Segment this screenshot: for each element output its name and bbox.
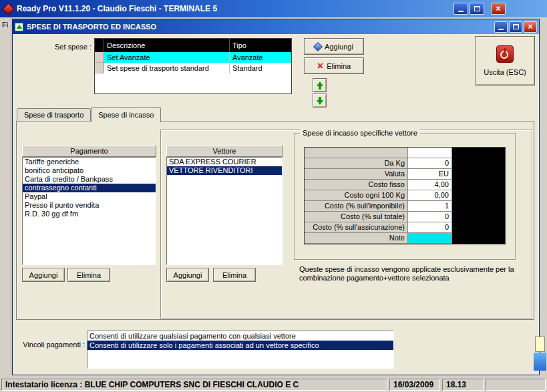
list-item[interactable]: Carta di credito / Bankpass: [23, 175, 156, 184]
main-window-controls: ×: [452, 3, 506, 15]
vincoli-option-selected[interactable]: Consenti di utilizzare solo i pagamenti …: [87, 341, 393, 350]
field-row: [305, 148, 505, 158]
spese-incasso-group-title: Spese di incasso specifiche vettore: [300, 129, 420, 137]
field-label: Da Kg: [305, 158, 408, 169]
vincoli-list: Consenti di utilizzare qualsiasi pagamen…: [87, 331, 394, 369]
vettore-group: Vettore SDA EXPRESS COURIER VETTORE RIVE…: [160, 130, 532, 319]
field-value-note[interactable]: [408, 233, 452, 244]
pagamento-header: Pagamento: [22, 145, 156, 157]
cell-tipo: Standard: [230, 63, 291, 73]
screen: Ready Pro V11.1.20 - Claudio Fieschi - T…: [0, 0, 547, 392]
field-value[interactable]: 0,00: [408, 190, 452, 201]
field-row: Note: [305, 233, 505, 244]
field-label: Costo fisso: [305, 180, 408, 190]
list-item[interactable]: SDA EXPRESS COURIER: [167, 158, 282, 166]
row-selector: [95, 52, 104, 63]
add-icon: [313, 41, 323, 51]
tab-spese-incasso[interactable]: Spese di incasso: [91, 107, 161, 122]
dialog-icon: [15, 23, 23, 31]
set-add-button[interactable]: Aggiungi: [304, 38, 364, 55]
list-item-selected[interactable]: VETTORE RIVENDITORI: [167, 166, 282, 175]
maximize-button[interactable]: [470, 3, 484, 15]
statusbar-time: 18.13: [442, 379, 484, 391]
column-tipo: Tipo: [230, 39, 291, 52]
tab-spese-trasporto[interactable]: Spese di trasporto: [17, 108, 91, 121]
minimize-button[interactable]: [453, 3, 468, 15]
field-label: Costo ogni 100 Kg: [305, 190, 408, 201]
list-item-selected[interactable]: contrassegno contanti: [23, 184, 156, 192]
dialog-minimize-button[interactable]: [494, 21, 508, 33]
list-item[interactable]: Tariffe generiche: [23, 158, 156, 166]
app-icon: [2, 3, 14, 15]
cell-tipo: Avanzate: [230, 52, 291, 63]
set-delete-label: Elimina: [327, 62, 351, 70]
statusbar-date: 16/03/2009: [389, 379, 440, 391]
set-spese-label: Set spese :: [17, 43, 92, 51]
pagamento-list: Tariffe generiche bonifico anticipato Ca…: [22, 157, 156, 265]
field-value[interactable]: [408, 148, 452, 158]
vincoli-option[interactable]: Consenti di utilizzare qualsiasi pagamen…: [87, 331, 393, 341]
field-value[interactable]: EU: [408, 169, 452, 180]
grid-header: Descrizione Tipo: [95, 39, 291, 52]
cell-descrizione: Set Avanzate: [104, 52, 230, 63]
exit-label: Uscita (ESC): [484, 68, 526, 76]
field-label: Note: [305, 233, 408, 244]
table-row[interactable]: Set spese di trasporto standard Standard: [95, 63, 291, 73]
selector-header: [95, 39, 104, 52]
statusbar: Intestatario licenza : BLUE CHIP COMPUTE…: [0, 377, 547, 392]
vincoli-label: Vincoli pagamenti :: [15, 341, 85, 349]
field-label: Valuta: [305, 169, 408, 180]
field-row: Da Kg 0: [305, 158, 505, 169]
table-row[interactable]: Set Avanzate Avanzate: [95, 52, 291, 63]
dialog-title: SPESE DI TRASPORTO ED INCASSO: [27, 23, 493, 31]
field-row: Costo ogni 100 Kg 0,00: [305, 190, 505, 201]
close-icon[interactable]: ×: [491, 3, 506, 15]
field-value[interactable]: 0: [408, 158, 452, 169]
power-icon: [496, 45, 514, 63]
move-up-button[interactable]: [313, 78, 327, 92]
set-delete-button[interactable]: × Elimina: [304, 57, 364, 74]
exit-button[interactable]: Uscita (ESC): [475, 36, 535, 85]
pagamento-delete-button[interactable]: Elimina: [67, 268, 110, 282]
list-item[interactable]: Presso il punto vendita: [23, 201, 156, 210]
field-label: Costo (% sull'imponibile): [305, 201, 408, 212]
column-descrizione: Descrizione: [104, 39, 230, 52]
row-selector: [95, 63, 104, 73]
list-item[interactable]: R.D. 30 gg df fm: [23, 210, 156, 218]
field-label: Costo (% sul totale): [305, 212, 408, 222]
background-window-fragment: [535, 337, 545, 352]
vettore-add-button[interactable]: Aggiungi: [166, 268, 209, 282]
window-edge: [11, 17, 11, 375]
set-add-label: Aggiungi: [325, 43, 353, 51]
field-label: [305, 148, 408, 158]
arrow-down-icon: [317, 97, 323, 105]
dialog-spese-trasporto: SPESE DI TRASPORTO ED INCASSO × Set spes…: [12, 19, 540, 375]
field-label: Costo (% sull'assicurazione): [305, 222, 408, 233]
spese-incasso-group: Spese di incasso specifiche vettore Da K…: [294, 133, 516, 260]
spese-incasso-grid: Da Kg 0 Valuta EU Costo fisso 4,00: [304, 147, 506, 244]
background-window-fragment: [534, 353, 546, 371]
field-value[interactable]: 0: [408, 212, 452, 222]
pagamento-add-button[interactable]: Aggiungi: [22, 268, 65, 282]
dialog-maximize-button[interactable]: [509, 21, 522, 33]
dialog-close-icon[interactable]: ×: [524, 21, 537, 33]
move-down-button[interactable]: [313, 93, 327, 108]
list-item[interactable]: bonifico anticipato: [23, 166, 156, 175]
field-row: Costo (% sull'imponibile) 1: [305, 201, 505, 212]
field-value[interactable]: 0: [408, 222, 452, 233]
field-value[interactable]: 1: [408, 201, 452, 212]
list-item[interactable]: Paypal: [23, 192, 156, 201]
cell-descrizione: Set spese di trasporto standard: [104, 63, 230, 73]
vettore-delete-button[interactable]: Elimina: [213, 268, 256, 282]
statusbar-empty: [486, 379, 546, 391]
arrow-up-icon: [317, 81, 323, 89]
field-row: Costo (% sul totale) 0: [305, 212, 505, 222]
statusbar-license: Intestatario licenza : BLUE CHIP COMPUTE…: [1, 379, 387, 391]
field-row: Costo fisso 4,00: [305, 180, 505, 190]
field-row: Valuta EU: [305, 169, 505, 180]
main-titlebar: Ready Pro V11.1.20 - Claudio Fieschi - T…: [0, 0, 547, 17]
delete-icon: ×: [317, 62, 323, 70]
vettore-header: Vettore: [166, 145, 283, 157]
main-window-title: Ready Pro V11.1.20 - Claudio Fieschi - T…: [17, 4, 217, 13]
field-value[interactable]: 4,00: [408, 180, 452, 190]
